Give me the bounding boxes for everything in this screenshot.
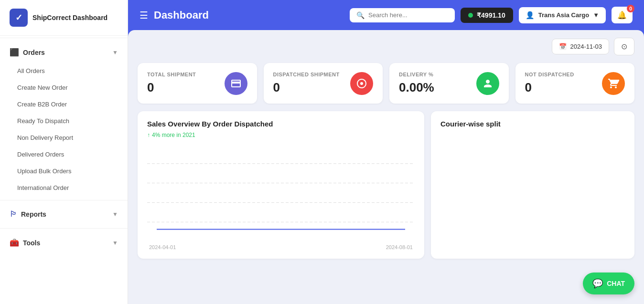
panels-row: Sales Overview By Order Dispatched ↑ 4% … xyxy=(138,111,634,259)
sidebar-item-international-order[interactable]: International Order xyxy=(0,179,128,196)
sidebar-item-create-new-order[interactable]: Create New Order xyxy=(0,79,128,96)
stats-row: TOTAL SHIPMENT 0 DISPATCHED SHIPMENT 0 xyxy=(138,63,634,104)
page-title: Dashboard xyxy=(154,9,209,21)
chart-panel: Sales Overview By Order Dispatched ↑ 4% … xyxy=(138,111,424,259)
main-area: ☰ Dashboard 🔍 ₹4991.10 👤 Trans Asia Carg… xyxy=(128,0,644,304)
sidebar-item-create-b2b-order[interactable]: Create B2B Order xyxy=(0,96,128,113)
orders-label: Orders xyxy=(23,49,45,56)
content-area: 📅 2024-11-03 ⊙ TOTAL SHIPMENT 0 DISPATC xyxy=(128,30,644,304)
stat-card-not-dispatched: NOT DISPATCHED 0 xyxy=(515,63,635,104)
stat-value-not-dispatched: 0 xyxy=(525,80,574,95)
chart-x-label-end: 2024-08-01 xyxy=(386,244,413,250)
svg-point-0 xyxy=(360,82,363,85)
notification-button[interactable]: 🔔 0 xyxy=(612,7,633,23)
user-avatar-icon: 👤 xyxy=(526,11,535,20)
chart-svg xyxy=(147,144,415,241)
stat-icon-total-shipment xyxy=(225,72,247,95)
sidebar-item-upload-bulk-orders[interactable]: Upload Bulk Orders xyxy=(0,163,128,179)
date-picker[interactable]: 📅 2024-11-03 xyxy=(552,39,610,54)
stat-value-dispatched: 0 xyxy=(273,80,340,95)
logo-icon: ✓ xyxy=(10,9,28,27)
notification-badge: 0 xyxy=(627,5,634,12)
sidebar: ✓ ShipCorrect Dashboard ⬛ Orders ▼ All O… xyxy=(0,0,128,304)
sidebar-reports-header[interactable]: 🏳 Reports ▼ xyxy=(0,204,128,224)
stat-value-total-shipment: 0 xyxy=(147,80,196,95)
stat-icon-delivery xyxy=(476,72,499,95)
chat-label: CHAT xyxy=(607,280,625,287)
date-value: 2024-11-03 xyxy=(570,43,602,50)
user-dropdown-icon: ▼ xyxy=(593,11,599,19)
date-filter-row: 📅 2024-11-03 ⊙ xyxy=(138,38,634,55)
sidebar-orders-header[interactable]: ⬛ Orders ▼ xyxy=(0,42,128,63)
stat-label-not-dispatched: NOT DISPATCHED xyxy=(525,72,574,77)
stat-value-delivery: 0.00% xyxy=(399,80,434,95)
chart-x-labels: 2024-04-01 2024-08-01 xyxy=(147,244,415,250)
trend-arrow-icon: ↑ xyxy=(147,132,150,138)
sidebar-item-all-orders[interactable]: All Orders xyxy=(0,63,128,79)
user-button[interactable]: 👤 Trans Asia Cargo ▼ xyxy=(519,7,606,23)
stat-icon-not-dispatched xyxy=(602,72,625,95)
sidebar-section-reports: 🏳 Reports ▼ xyxy=(0,202,128,226)
sidebar-item-delivered-orders[interactable]: Delivered Orders xyxy=(0,146,128,163)
chart-subtitle: ↑ 4% more in 2021 xyxy=(147,132,415,138)
courier-panel: Courier-wise split xyxy=(431,111,634,259)
logo-title: ShipCorrect Dashboard xyxy=(32,14,107,21)
stat-label-dispatched: DISPATCHED SHIPMENT xyxy=(273,72,340,77)
stat-icon-dispatched xyxy=(350,72,373,95)
search-icon: 🔍 xyxy=(356,11,365,19)
bell-icon: 🔔 xyxy=(617,10,627,20)
chat-button[interactable]: 💬 CHAT xyxy=(583,273,634,294)
sidebar-logo: ✓ ShipCorrect Dashboard xyxy=(0,0,128,36)
courier-title: Courier-wise split xyxy=(440,120,625,128)
orders-icon: ⬛ xyxy=(10,48,19,57)
header: ☰ Dashboard 🔍 ₹4991.10 👤 Trans Asia Carg… xyxy=(128,0,644,30)
sidebar-tools-header[interactable]: 🧰 Tools ▼ xyxy=(0,232,128,253)
chart-title: Sales Overview By Order Dispatched xyxy=(147,120,415,128)
filter-button[interactable]: ⊙ xyxy=(614,38,634,55)
reports-label: Reports xyxy=(21,210,46,218)
orders-chevron: ▼ xyxy=(112,49,118,56)
stat-card-dispatched-shipment: DISPATCHED SHIPMENT 0 xyxy=(264,63,383,104)
whatsapp-icon: 💬 xyxy=(592,278,603,289)
sidebar-item-non-delivery-report[interactable]: Non Delivery Report xyxy=(0,129,128,146)
chart-x-label-start: 2024-04-01 xyxy=(149,244,176,250)
user-name: Trans Asia Cargo xyxy=(538,11,589,19)
tools-chevron: ▼ xyxy=(112,240,118,246)
hamburger-icon[interactable]: ☰ xyxy=(140,10,148,21)
sidebar-section-orders: ⬛ Orders ▼ All Orders Create New Order C… xyxy=(0,40,128,198)
reports-chevron: ▼ xyxy=(112,211,118,218)
tools-label: Tools xyxy=(23,239,40,247)
search-box[interactable]: 🔍 xyxy=(350,8,455,22)
tools-icon: 🧰 xyxy=(10,238,19,247)
chart-area xyxy=(147,144,415,241)
wallet-balance: ₹4991.10 xyxy=(477,11,505,19)
wallet-button[interactable]: ₹4991.10 xyxy=(461,8,513,23)
stat-card-delivery-percent: DELIVERY % 0.00% xyxy=(389,63,509,104)
wallet-status-dot xyxy=(468,13,473,18)
filter-icon: ⊙ xyxy=(621,42,627,51)
stat-card-total-shipment: TOTAL SHIPMENT 0 xyxy=(138,63,257,104)
chart-subtitle-text: 4% more in 2021 xyxy=(152,132,195,138)
sidebar-section-tools: 🧰 Tools ▼ xyxy=(0,231,128,255)
search-input[interactable] xyxy=(368,11,448,19)
stat-label-total-shipment: TOTAL SHIPMENT xyxy=(147,72,196,77)
calendar-icon: 📅 xyxy=(559,43,567,50)
stat-label-delivery: DELIVERY % xyxy=(399,72,434,77)
reports-icon: 🏳 xyxy=(10,210,17,219)
sidebar-item-ready-to-dispatch[interactable]: Ready To Dispatch xyxy=(0,113,128,129)
